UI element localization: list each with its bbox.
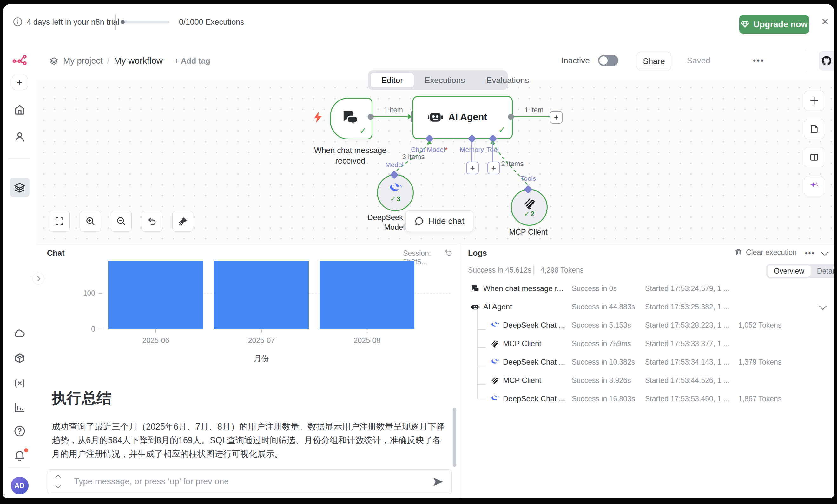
- mcp-icon: [490, 339, 499, 348]
- node-mcp-client[interactable]: 2: [511, 189, 548, 226]
- tab-editor[interactable]: Editor: [371, 73, 414, 88]
- sidebar-item-cloud[interactable]: [2, 328, 36, 340]
- tab-executions[interactable]: Executions: [414, 73, 476, 88]
- prev-message-icon[interactable]: [55, 475, 61, 480]
- log-row[interactable]: DeepSeek Chat ... Success in 16.803s Sta…: [460, 390, 835, 408]
- sidebar-item-home[interactable]: [2, 103, 36, 116]
- chat-scrollbar[interactable]: [453, 408, 456, 467]
- model-port-label: Model: [385, 161, 403, 169]
- github-icon: [822, 56, 831, 66]
- tab-evaluations[interactable]: Evaluations: [476, 73, 540, 88]
- github-star-button[interactable]: Star: [819, 51, 835, 70]
- upgrade-now-button[interactable]: Upgrade now: [739, 15, 809, 34]
- notification-badge: [24, 448, 28, 452]
- workflow-canvas[interactable]: 1 item When chat message received AI Age…: [36, 80, 835, 245]
- tidy-up-button[interactable]: [172, 211, 193, 232]
- tools-port-label: Tools: [520, 175, 536, 182]
- summary-divider: [533, 265, 534, 276]
- breadcrumb-project[interactable]: My project: [63, 56, 103, 66]
- logs-menu-icon[interactable]: [805, 249, 815, 257]
- clear-execution-label: Clear execution: [746, 248, 797, 257]
- tools-items-label: 2 items: [498, 160, 527, 168]
- add-node-button[interactable]: [804, 91, 824, 111]
- upgrade-now-label: Upgrade now: [753, 20, 807, 30]
- success-check-icon: [498, 125, 505, 135]
- required-indicator: *: [445, 146, 448, 153]
- success-check-icon: [359, 126, 367, 136]
- x-tick-jul: 2025-07: [248, 336, 275, 345]
- logs-view-overview[interactable]: Overview: [767, 265, 811, 277]
- add-workflow-button[interactable]: [2, 75, 36, 90]
- user-avatar[interactable]: AD: [2, 477, 36, 494]
- send-icon[interactable]: [432, 475, 445, 488]
- log-row[interactable]: MCP Client Success in 8.926s Started 17:…: [460, 371, 835, 390]
- memory-connector: [471, 142, 473, 162]
- trigger-node-label[interactable]: When chat message received: [314, 145, 387, 166]
- mcp-node-label[interactable]: MCP Client: [509, 227, 548, 237]
- undo-button[interactable]: [142, 211, 162, 232]
- clear-execution-button[interactable]: Clear execution: [734, 248, 797, 257]
- agent-output-port[interactable]: [508, 114, 514, 120]
- session-reset-icon[interactable]: [444, 248, 453, 257]
- view-tabs: Editor Executions Evaluations: [368, 70, 507, 90]
- log-row[interactable]: DeepSeek Chat ... Success in 10.382s Sta…: [460, 353, 835, 371]
- banner-close-icon[interactable]: [821, 17, 829, 26]
- node-chat-trigger[interactable]: [330, 98, 373, 139]
- trial-banner: 4 days left in your n8n trial 0/1000 Exe…: [2, 4, 835, 41]
- chat-message-input[interactable]: [73, 470, 430, 493]
- log-row[interactable]: DeepSeek Chat ... Success in 5.153s Star…: [460, 316, 835, 334]
- add-tag-button[interactable]: + Add tag: [174, 56, 210, 66]
- sidebar-item-notifications[interactable]: [2, 449, 36, 462]
- y-tickmark: [99, 293, 103, 294]
- inactive-label: Inactive: [561, 56, 590, 66]
- n8n-window: 4 days left in your n8n trial 0/1000 Exe…: [2, 4, 835, 498]
- log-row[interactable]: MCP Client Success in 759ms Started 17:5…: [460, 334, 835, 353]
- workflow-menu-icon[interactable]: [753, 56, 764, 66]
- sidebar-item-insights[interactable]: [2, 401, 36, 414]
- next-message-icon[interactable]: [55, 483, 61, 488]
- mcp-icon: [490, 376, 499, 385]
- log-row[interactable]: When chat message r... Success in 0s Sta…: [460, 279, 835, 298]
- connection-trigger-agent: [373, 116, 411, 117]
- connection-agent-out: [514, 116, 551, 117]
- share-button[interactable]: Share: [637, 52, 671, 70]
- breadcrumb-workflow-name[interactable]: My workflow: [114, 56, 163, 66]
- chat-model-port-label: Chat Model*: [411, 146, 448, 153]
- zoom-in-button[interactable]: [80, 211, 101, 232]
- hide-chat-label: Hide chat: [428, 217, 464, 226]
- sidebar-item-variables[interactable]: [2, 377, 36, 390]
- sticky-note-button[interactable]: [804, 119, 824, 139]
- ai-assistant-button[interactable]: [804, 176, 824, 196]
- sidebar-item-workflows-active[interactable]: [2, 178, 36, 197]
- success-check-icon: [390, 195, 396, 203]
- zoom-out-button[interactable]: [111, 211, 132, 232]
- chart-bar-2025-06: [108, 261, 203, 329]
- sidebar-item-templates[interactable]: [2, 352, 36, 365]
- n8n-logo-icon[interactable]: [2, 53, 36, 67]
- node-deepseek-chat-model[interactable]: 3: [377, 174, 414, 211]
- y-tickmark: [99, 329, 103, 329]
- app-root: 4 days left in your n8n trial 0/1000 Exe…: [0, 0, 837, 504]
- activate-toggle[interactable]: [598, 55, 618, 66]
- expand-row-icon[interactable]: [819, 302, 826, 310]
- sidebar-item-personal[interactable]: [2, 131, 36, 143]
- collapse-logs-icon[interactable]: [821, 248, 829, 256]
- log-row[interactable]: AI Agent Success in 44.883s Started 17:5…: [460, 298, 835, 316]
- add-memory-button[interactable]: [466, 162, 479, 174]
- sidebar-item-help[interactable]: [2, 425, 36, 437]
- zoom-to-fit-button[interactable]: [49, 211, 70, 232]
- logs-panel-header: Logs Clear execution: [460, 245, 835, 261]
- mcp-icon: [522, 197, 536, 210]
- trash-icon: [734, 248, 743, 257]
- add-next-node-button[interactable]: [550, 111, 563, 124]
- trigger-output-port[interactable]: [368, 114, 374, 120]
- deepseek-icon: [490, 321, 500, 329]
- breadcrumb-separator: /: [107, 56, 110, 66]
- sidebar-expand-button[interactable]: [32, 273, 44, 285]
- split-panel-button[interactable]: [804, 147, 824, 167]
- logs-view-details[interactable]: Details: [811, 265, 835, 277]
- node-ai-agent[interactable]: AI Agent: [412, 96, 513, 139]
- gem-icon: [741, 20, 749, 29]
- chart-bar-2025-08: [320, 261, 414, 329]
- hide-chat-button[interactable]: Hide chat: [406, 210, 474, 232]
